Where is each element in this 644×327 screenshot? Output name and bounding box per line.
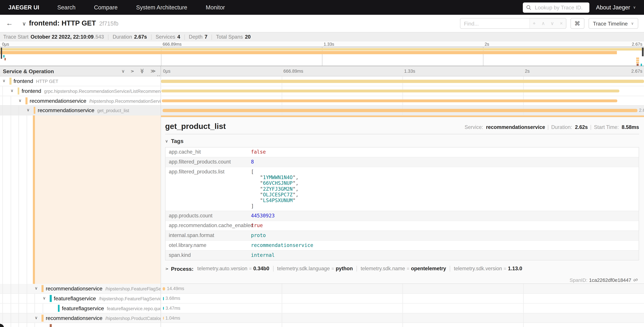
nav-item-search[interactable]: Search xyxy=(57,4,76,10)
equals-sign: = xyxy=(407,266,410,271)
span-operation-name: HTTP GET xyxy=(36,79,58,84)
span-name: frontendHTTP GET xyxy=(14,76,58,86)
span-duration-bar[interactable] xyxy=(162,99,617,102)
span-name-cell[interactable]: featureflagservicefeatureflagservice.rep… xyxy=(0,304,161,313)
nav-item-monitor[interactable]: Monitor xyxy=(206,4,225,10)
span-timeline-cell[interactable] xyxy=(161,86,644,96)
collapse-all-icon[interactable]: ≫ xyxy=(140,68,144,74)
span-detail-top-bar xyxy=(161,116,644,117)
span-color-bar xyxy=(50,324,52,327)
process-label: Process: xyxy=(171,266,194,272)
span-duration-bar[interactable] xyxy=(161,80,644,83)
command-icon: ⌘ xyxy=(574,20,580,27)
span-timeline-cell[interactable] xyxy=(161,96,644,106)
span-name-cell[interactable]: ∨recommendationservice/hipstershop.Recom… xyxy=(0,96,161,106)
span-row-recommendationservice[interactable]: ∨recommendationserviceget_product_list2.… xyxy=(0,106,644,116)
find-input[interactable] xyxy=(460,18,529,28)
span-name-cell[interactable]: ∨frontendHTTP GET xyxy=(0,76,161,86)
trace-services: Services4 xyxy=(156,34,180,40)
span-timeline-cell[interactable]: 3.68ms xyxy=(161,294,644,303)
span-row-featureflagservice[interactable]: featureflagservicefeatureflagservice.rep… xyxy=(0,304,644,313)
span-color-bar xyxy=(50,295,52,302)
json-bracket: [ xyxy=(251,169,636,174)
span-row-recommendationservice[interactable]: ∨recommendationservice/hipstershop.Featu… xyxy=(0,284,644,294)
span-name-cell[interactable] xyxy=(0,323,161,327)
span-name-cell[interactable]: ∨frontendgrpc.hipstershop.Recommendation… xyxy=(0,86,161,96)
expand-one-icon[interactable]: ∨ xyxy=(130,70,134,73)
span-name: featureflagservice/hipstershop.FeatureFl… xyxy=(54,294,161,303)
nav-item-system-architecture[interactable]: System Architecture xyxy=(136,4,187,10)
tag-value: true xyxy=(248,221,639,230)
span-row[interactable] xyxy=(0,323,644,327)
span-name: recommendationservice/hipstershop.Featur… xyxy=(46,284,161,293)
minimap-drag-handle-right[interactable] xyxy=(642,48,644,56)
span-timeline-cell[interactable] xyxy=(161,323,644,327)
process-key: telemetry.auto.version xyxy=(197,266,248,272)
span-toggle-chevron-icon[interactable]: ∨ xyxy=(10,86,14,95)
span-toggle-chevron-icon[interactable]: ∨ xyxy=(43,294,46,303)
span-name-cell[interactable]: ∨recommendationservice/hipstershop.Produ… xyxy=(0,313,161,323)
timeline-gridline xyxy=(402,313,403,323)
jaeger-logo[interactable]: JAEGER UI xyxy=(8,4,39,10)
span-toggle-chevron-icon[interactable]: ∨ xyxy=(19,96,22,105)
tag-key: app.filtered_products.list xyxy=(166,167,248,211)
timeline-gridline xyxy=(282,313,282,323)
span-service-name: recommendationservice xyxy=(46,286,102,292)
trace-lookup-input[interactable] xyxy=(534,4,584,11)
link-icon[interactable] xyxy=(633,278,638,283)
span-name-cell[interactable]: ∨recommendationserviceget_product_list xyxy=(0,106,161,115)
span-toggle-chevron-icon[interactable]: ∨ xyxy=(34,284,38,293)
trace-minimap[interactable] xyxy=(0,47,644,66)
span-toggle-chevron-icon[interactable]: ∨ xyxy=(2,76,6,86)
find-prev-icon[interactable]: ∧ xyxy=(539,18,548,28)
keyboard-shortcuts-button[interactable]: ⌘ xyxy=(570,18,584,29)
find-match-icon[interactable]: ⌖ xyxy=(530,18,539,28)
divider xyxy=(450,266,450,272)
indent-guide xyxy=(19,304,19,313)
trace-title: frontend: HTTP GET xyxy=(29,19,96,28)
span-row-recommendationservice[interactable]: ∨recommendationservice/hipstershop.Recom… xyxy=(0,96,644,106)
span-timeline-cell[interactable]: 3.47ms xyxy=(161,304,644,313)
span-service-name: featureflagservice xyxy=(62,305,104,312)
span-name-cell[interactable]: ∨featureflagservice/hipstershop.FeatureF… xyxy=(0,294,161,303)
span-row-frontend[interactable]: ∨frontendgrpc.hipstershop.Recommendation… xyxy=(0,86,644,96)
trace-total-spans: Total Spans20 xyxy=(216,34,251,40)
tags-section-toggle[interactable]: ∨ Tags xyxy=(165,138,639,144)
process-section-toggle[interactable]: ∨ Process: telemetry.auto.version=0.34b0… xyxy=(165,266,639,272)
minimap-drag-handle-left[interactable] xyxy=(1,48,2,59)
span-duration-bar[interactable] xyxy=(162,90,619,93)
nav-item-compare[interactable]: Compare xyxy=(94,4,118,10)
span-timeline-cell[interactable] xyxy=(161,76,644,86)
expand-all-icon[interactable]: ≫ xyxy=(150,69,156,74)
span-row-frontend[interactable]: ∨frontendHTTP GET xyxy=(0,76,644,86)
span-timeline-cell[interactable]: 2.62s xyxy=(161,106,644,115)
tag-row: span.kindinternal xyxy=(166,250,639,260)
span-timeline-cell[interactable]: 14.49ms xyxy=(161,284,644,293)
tag-row: app.filtered_products.count8 xyxy=(166,157,639,167)
span-color-bar xyxy=(34,107,36,114)
collapse-one-icon[interactable]: ∨ xyxy=(122,69,125,73)
about-jaeger-menu[interactable]: About Jaeger ∨ xyxy=(596,4,636,10)
find-clear-icon[interactable]: × xyxy=(557,18,566,28)
span-duration-bar[interactable] xyxy=(162,109,637,112)
indent-guide xyxy=(2,313,3,323)
timeline-tick-label: 2.67s xyxy=(631,66,642,76)
span-row-recommendationservice[interactable]: ∨recommendationservice/hipstershop.Produ… xyxy=(0,313,644,323)
span-row-featureflagservice[interactable]: ∨featureflagservice/hipstershop.FeatureF… xyxy=(0,294,644,304)
collapse-trace-chevron-icon[interactable]: ∨ xyxy=(22,20,26,26)
span-duration-bar[interactable] xyxy=(163,316,164,320)
span-timeline-cell[interactable]: 1.04ms xyxy=(161,313,644,323)
find-next-icon[interactable]: ∨ xyxy=(548,18,557,28)
span-duration-bar[interactable] xyxy=(162,287,165,290)
timeline-tick-label: 2.67s xyxy=(632,42,642,47)
span-duration-bar[interactable] xyxy=(163,297,164,300)
span-duration-bar[interactable] xyxy=(163,307,164,310)
span-toggle-chevron-icon[interactable]: ∨ xyxy=(27,106,30,115)
back-button[interactable]: ← xyxy=(3,19,16,28)
trace-view-selector[interactable]: Trace Timeline ∨ xyxy=(588,18,638,29)
span-toggle-chevron-icon[interactable]: ∨ xyxy=(34,313,38,322)
trace-lookup-box[interactable] xyxy=(523,2,590,12)
span-name-cell[interactable]: ∨recommendationservice/hipstershop.Featu… xyxy=(0,284,161,293)
span-color-bar xyxy=(18,88,19,94)
about-jaeger-label: About Jaeger xyxy=(596,4,630,10)
